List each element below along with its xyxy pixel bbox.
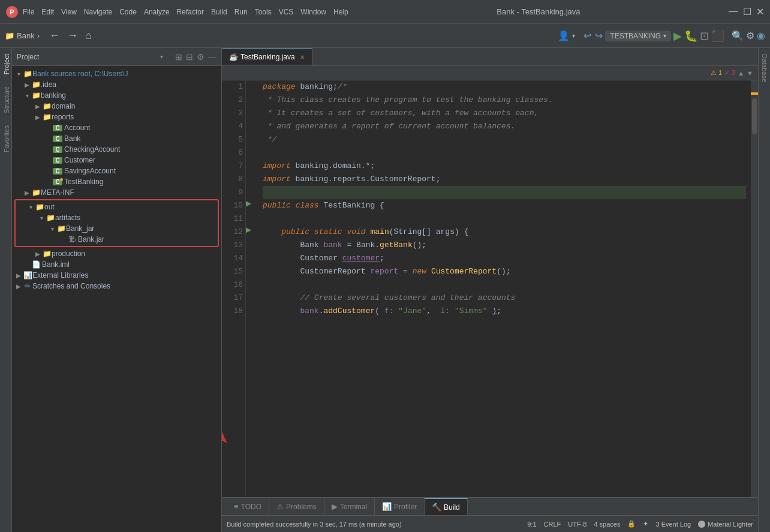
banking-label: banking (41, 91, 66, 100)
project-tree-collapse-icon[interactable]: ⊟ (186, 52, 193, 62)
code-line-18: bank.addCustomer( f: "Jane", l: "Simms" … (263, 305, 746, 318)
code-line-1: package banking;/* (263, 80, 746, 94)
undo-icon[interactable]: ↩ (583, 30, 591, 41)
domain-label: domain (52, 102, 75, 110)
favorites-tab-button[interactable]: Favorites (0, 119, 11, 158)
editor-scrollbar[interactable] (751, 80, 758, 497)
status-theme[interactable]: Material Lighter (698, 521, 753, 528)
tree-savingsaccount[interactable]: C SavingsAccount (12, 166, 221, 176)
project-tab-button[interactable]: Project (0, 48, 11, 80)
menu-run[interactable]: Run (234, 8, 248, 16)
tree-checkingaccount[interactable]: C CheckingAccount (12, 144, 221, 155)
warning-badge: ⚠ 1 (711, 69, 722, 77)
home-button[interactable]: ⌂ (83, 28, 94, 43)
menu-help[interactable]: Help (333, 8, 348, 16)
maximize-button[interactable]: ☐ (743, 6, 751, 17)
tree-bank-jar-file[interactable]: 🗜 Bank.jar (16, 234, 218, 245)
profile-dropdown[interactable]: ▾ (572, 32, 575, 39)
database-tab-button[interactable]: Database (760, 48, 769, 88)
forward-button[interactable]: → (65, 28, 80, 43)
tree-reports[interactable]: ▶ 📁 reports (12, 112, 221, 122)
run-debug-button[interactable]: 🐛 (684, 29, 697, 43)
run-config-dropdown-icon[interactable]: ▾ (663, 32, 666, 39)
out-folder-icon: 📁 (35, 203, 44, 211)
menu-file[interactable]: File (23, 8, 34, 16)
menu-tools[interactable]: Tools (255, 8, 272, 16)
cust-label: Customer (64, 156, 95, 164)
status-indent[interactable]: 4 spaces (594, 521, 620, 528)
tree-scratches[interactable]: ▶ ✏ Scratches and Consoles (12, 281, 221, 291)
menu-refactor[interactable]: Refactor (177, 8, 204, 16)
build-label: Build (444, 503, 460, 512)
run-gutter-10[interactable]: ▶ (246, 199, 251, 208)
menu-code[interactable]: Code (119, 8, 137, 16)
redo-icon[interactable]: ↪ (595, 30, 603, 41)
toolbar-down-icon[interactable]: ▼ (747, 70, 753, 77)
status-position[interactable]: 9:1 (527, 521, 536, 528)
tree-customer[interactable]: C Customer (12, 155, 221, 166)
status-event-log[interactable]: 3 Event Log (655, 521, 691, 528)
close-button[interactable]: ✕ (756, 6, 764, 17)
run-play-button[interactable]: ▶ (673, 29, 682, 43)
structure-tab-button[interactable]: Structure (0, 80, 11, 119)
run-coverage-button[interactable]: ⊡ (700, 29, 709, 43)
back-button[interactable]: ← (47, 28, 62, 43)
window-title: Bank - TestBanking.java (353, 7, 724, 16)
code-line-7: import banking.domain.*; (263, 160, 746, 173)
tree-ext-libs[interactable]: ▶ 📊 External Libraries (12, 270, 221, 281)
tree-root[interactable]: ▾ 📁 Bank sources root, C:\Users\J (12, 68, 221, 79)
code-line-10: public class TestBanking { (263, 199, 746, 212)
code-line-16 (263, 278, 746, 291)
plugin-icon: ◉ (757, 30, 765, 41)
tree-meta-inf[interactable]: ▶ 📁 META-INF (12, 187, 221, 198)
menu-edit[interactable]: Edit (41, 8, 54, 16)
menu-analyze[interactable]: Analyze (144, 8, 170, 16)
search-everywhere-icon[interactable]: 🔍 (732, 30, 744, 41)
problems-tab[interactable]: ⚠ Problems (269, 498, 324, 516)
settings-icon[interactable]: ⚙ (746, 30, 754, 41)
tree-idea[interactable]: ▶ 📁 .idea (12, 79, 221, 90)
tree-domain[interactable]: ▶ 📁 domain (12, 101, 221, 112)
terminal-tab[interactable]: ▶ Terminal (324, 498, 375, 516)
minimize-button[interactable]: — (729, 6, 738, 17)
tree-bank-iml[interactable]: 📄 Bank.iml (12, 259, 221, 270)
menu-navigate[interactable]: Navigate (84, 8, 112, 16)
menu-view[interactable]: View (61, 8, 77, 16)
project-tree-expand-icon[interactable]: ⊞ (175, 52, 182, 62)
tree-bank-jar-folder[interactable]: ▾ 📁 Bank_jar (16, 223, 218, 234)
menu-window[interactable]: Window (300, 8, 326, 16)
status-crlf[interactable]: CRLF (544, 521, 561, 528)
tab-testbanking[interactable]: ☕ TestBanking.java ✕ (222, 48, 312, 65)
project-panel-close-icon[interactable]: — (208, 52, 216, 62)
tree-production[interactable]: ▶ 📁 production (12, 248, 221, 259)
tree-testbanking[interactable]: C TestBanking (12, 176, 221, 187)
project-breadcrumb[interactable]: Bank (17, 31, 35, 40)
banking-folder-icon: 📁 (31, 91, 41, 100)
tree-account[interactable]: C Account (12, 122, 221, 133)
tree-out[interactable]: ▾ 📁 out (16, 202, 218, 212)
tab-close-icon[interactable]: ✕ (300, 54, 305, 61)
menu-bar: File Edit View Navigate Code Analyze Ref… (23, 8, 348, 16)
run-gutter-12[interactable]: ▶ (246, 226, 251, 234)
profiler-tab[interactable]: 📊 Profiler (375, 498, 425, 516)
build-tab[interactable]: 🔨 Build (425, 498, 468, 516)
theme-label: Material Lighter (708, 521, 753, 528)
toolbar-up-icon[interactable]: ▲ (738, 70, 744, 77)
project-panel-title: Project (17, 53, 157, 61)
menu-vcs[interactable]: VCS (279, 8, 294, 16)
bankjarf-label: Bank.jar (78, 235, 104, 244)
tree-banking[interactable]: ▾ 📁 banking (12, 90, 221, 101)
code-line-14: Customer customer; (263, 252, 746, 265)
tree-bank[interactable]: C Bank (12, 133, 221, 144)
run-stop-button[interactable]: ⬛ (711, 29, 724, 43)
menu-build[interactable]: Build (211, 8, 227, 16)
run-configuration[interactable]: TESTBANKING ▾ (605, 31, 671, 41)
tree-artifacts[interactable]: ▾ 📁 artifacts (16, 212, 218, 223)
status-encoding[interactable]: UTF-8 (568, 521, 586, 528)
todo-tab[interactable]: ≡ TODO (227, 498, 269, 516)
status-hightlight-icon: ✦ (643, 520, 648, 528)
app-icon: P (6, 6, 18, 18)
editor-body: 12345 678910 1112131415 161718 ▶ (222, 80, 758, 497)
folder-icon: 📁 (5, 31, 14, 40)
project-tree-settings-icon[interactable]: ⚙ (197, 52, 204, 62)
